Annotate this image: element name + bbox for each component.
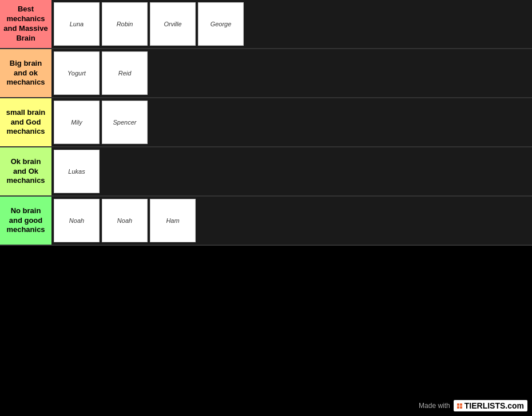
- tier-label-s: Best mechanics and Massive Brain: [0, 0, 51, 48]
- tier-content-d: NoahNoahHam: [51, 197, 532, 245]
- tier-content-b: MilySpencer: [51, 98, 532, 146]
- grid-icon: [457, 403, 462, 409]
- tier-content-a: YogurtReid: [51, 49, 532, 97]
- tier-item[interactable]: Reid: [102, 51, 148, 95]
- tier-item[interactable]: Lukas: [54, 150, 100, 193]
- tier-item[interactable]: Noah: [102, 199, 148, 242]
- tier-item[interactable]: Spencer: [102, 101, 148, 144]
- tier-item[interactable]: Noah: [54, 199, 100, 242]
- tier-list: Best mechanics and Massive BrainLunaRobi…: [0, 0, 532, 246]
- tier-label-c: Ok brain and Ok mechanics: [0, 147, 51, 195]
- tier-label-d: No brain and good mechanics: [0, 197, 51, 245]
- tier-item[interactable]: Luna: [54, 2, 100, 46]
- tier-item[interactable]: Yogurt: [54, 51, 100, 95]
- tier-item[interactable]: George: [198, 2, 244, 46]
- tier-item[interactable]: Mily: [54, 101, 100, 144]
- tier-content-c: Lukas: [51, 147, 532, 195]
- tier-item[interactable]: Ham: [150, 199, 196, 242]
- tier-row-d: No brain and good mechanicsNoahNoahHam: [0, 197, 532, 246]
- tier-row-s: Best mechanics and Massive BrainLunaRobi…: [0, 0, 532, 49]
- tier-item[interactable]: Orville: [150, 2, 196, 46]
- tier-row-b: small brain and God mechanicsMilySpencer: [0, 98, 532, 147]
- tier-row-c: Ok brain and Ok mechanicsLukas: [0, 147, 532, 197]
- tier-label-a: Big brain and ok mechanics: [0, 49, 51, 97]
- watermark-text: Made with: [419, 402, 450, 410]
- tier-row-a: Big brain and ok mechanicsYogurtReid: [0, 49, 532, 98]
- tier-label-b: small brain and God mechanics: [0, 98, 51, 146]
- tier-content-s: LunaRobinOrvilleGeorge: [51, 0, 532, 48]
- watermark-logo: TIERLISTS.com: [454, 400, 527, 411]
- tier-item[interactable]: Robin: [102, 2, 148, 46]
- watermark: Made with TIERLISTS.com: [419, 400, 527, 411]
